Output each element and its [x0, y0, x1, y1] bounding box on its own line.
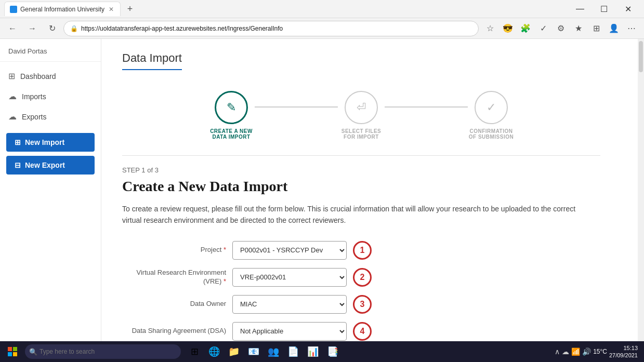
chevron-icon: ∧: [555, 347, 560, 356]
imports-label: Imports: [22, 92, 46, 101]
taskbar-apps: ⊞ 🌐 📁 📧 👥 📄 📊 📑: [185, 342, 342, 361]
taskbar-explorer-icon[interactable]: 📁: [225, 342, 243, 361]
dsa-label: Data Sharing Agreement (DSA): [122, 327, 226, 336]
search-wrapper: 🔍: [25, 344, 181, 359]
sidebar-buttons: ⊞ New Import ⊟ New Export: [0, 129, 101, 179]
project-label: Project *: [122, 246, 226, 254]
page-title: Data Import: [122, 51, 182, 70]
scrollbar-thumb[interactable]: [639, 41, 643, 72]
project-badge: 1: [353, 241, 372, 260]
data-owner-badge: 3: [353, 295, 372, 314]
taskbar: 🔍 ⊞ 🌐 📁 📧 👥 📄 📊 📑 ∧ ☁ 📶: [0, 341, 644, 362]
project-row: Project * P0002v01 - YSRCCYP Dev 1: [122, 241, 486, 260]
divider: [122, 155, 600, 156]
extensions-icon[interactable]: 🧩: [517, 20, 534, 37]
browser-titlebar: General Information University ✕ + — ☐ ✕: [0, 0, 644, 18]
new-export-button[interactable]: ⊟ New Export: [6, 156, 95, 175]
new-export-label: New Export: [25, 161, 65, 169]
svg-rect-0: [8, 347, 12, 351]
dsa-badge: 4: [353, 322, 372, 341]
dashboard-icon: ⊞: [8, 71, 15, 81]
content-inner: Data Import ✎ CREATE A NEW DATA IMPORT ⏎…: [101, 39, 621, 341]
tab-bar: General Information University ✕ +: [4, 2, 566, 16]
taskbar-search-icon: 🔍: [29, 348, 37, 356]
taskbar-volume-icon: 🔊: [582, 347, 591, 356]
taskbar-excel-icon[interactable]: 📊: [304, 342, 322, 361]
favorites-icon[interactable]: ☆: [482, 20, 498, 37]
step-3: ✓ CONFIRMATION OF SUBMISSION: [468, 91, 515, 140]
step-line-1: [255, 106, 338, 108]
step-1: ✎ CREATE A NEW DATA IMPORT: [208, 91, 255, 140]
taskbar-acrobat-icon[interactable]: 📄: [284, 342, 303, 361]
step-line-2: [385, 106, 468, 108]
minimize-button[interactable]: —: [568, 0, 592, 18]
step-indicator: STEP 1 of 3: [122, 166, 600, 174]
vre-required: *: [224, 277, 226, 285]
vre-row: Virtual Research Environment (VRE) * VRE…: [122, 268, 486, 287]
stepper: ✎ CREATE A NEW DATA IMPORT ⏎ SELECT FILE…: [122, 81, 600, 155]
collections-icon[interactable]: ⊞: [588, 20, 604, 37]
tab-title: General Information University: [20, 6, 104, 13]
close-button[interactable]: ✕: [616, 0, 640, 18]
form-description: To create a review request, please fill …: [122, 203, 590, 226]
exports-icon: ☁: [8, 112, 17, 122]
taskbar-file-manager[interactable]: ⊞: [185, 342, 204, 361]
sidebar-item-dashboard[interactable]: ⊞ Dashboard: [0, 66, 101, 86]
dsa-select[interactable]: Not Applicable: [232, 322, 347, 341]
data-owner-select[interactable]: MIAC: [232, 295, 347, 314]
taskbar-teams-icon[interactable]: 👥: [264, 342, 283, 361]
more-icon[interactable]: ⋯: [623, 20, 640, 37]
check-icon[interactable]: ✓: [535, 20, 551, 37]
temperature: 15°C: [593, 348, 607, 355]
vre-label: Virtual Research Environment (VRE) *: [122, 269, 226, 286]
address-bar[interactable]: 🔒 https://uoldatatransferapi-app-test.az…: [63, 21, 479, 36]
back-button[interactable]: ←: [4, 20, 21, 37]
taskbar-powerpoint-icon[interactable]: 📑: [323, 342, 342, 361]
scrollbar[interactable]: [638, 39, 644, 341]
star-icon[interactable]: ★: [570, 20, 587, 37]
export-icon: ⊟: [15, 161, 21, 169]
profile-emoji-icon[interactable]: 😎: [500, 20, 516, 37]
svg-rect-2: [8, 352, 12, 356]
step-2-label: SELECT FILES FOR IMPORT: [338, 128, 385, 140]
maximize-button[interactable]: ☐: [592, 0, 616, 18]
tab-close-button[interactable]: ✕: [108, 6, 115, 13]
dashboard-label: Dashboard: [20, 72, 56, 81]
imports-icon: ☁: [8, 91, 17, 101]
form-title: Create a New Data Import: [122, 178, 600, 195]
form-grid: Project * P0002v01 - YSRCCYP Dev 1 Virtu…: [122, 241, 486, 341]
step-2: ⏎ SELECT FILES FOR IMPORT: [338, 91, 385, 140]
dsa-row: Data Sharing Agreement (DSA) Not Applica…: [122, 322, 486, 341]
step-1-circle: ✎: [215, 91, 248, 124]
forward-button[interactable]: →: [24, 20, 41, 37]
taskbar-edge-icon[interactable]: 🌐: [205, 342, 224, 361]
exports-label: Exports: [22, 113, 46, 121]
project-select[interactable]: P0002v01 - YSRCCYP Dev: [232, 241, 347, 260]
taskbar-cloud-icon: ☁: [562, 347, 569, 356]
account-icon[interactable]: 👤: [606, 20, 622, 37]
tab-favicon: [10, 6, 17, 13]
step-2-circle: ⏎: [345, 91, 378, 124]
data-owner-row: Data Owner MIAC 3: [122, 295, 486, 314]
sidebar-item-exports[interactable]: ☁ Exports: [0, 106, 101, 127]
window-controls: — ☐ ✕: [568, 0, 640, 18]
weather-info: 15°C: [593, 348, 607, 355]
time-display: 15:13: [609, 344, 638, 352]
active-tab[interactable]: General Information University ✕: [4, 2, 121, 16]
main-content: Data Import ✎ CREATE A NEW DATA IMPORT ⏎…: [101, 39, 638, 341]
date-display: 27/09/2021: [609, 352, 638, 359]
taskbar-right: ∧ ☁ 📶 🔊 15°C 15:13 27/09/2021: [555, 344, 642, 359]
settings-icon[interactable]: ⚙: [553, 20, 569, 37]
data-owner-label: Data Owner: [122, 300, 226, 309]
refresh-button[interactable]: ↻: [44, 20, 60, 37]
new-import-button[interactable]: ⊞ New Import: [6, 133, 95, 152]
new-tab-button[interactable]: +: [123, 2, 137, 16]
start-button[interactable]: [2, 342, 23, 361]
sys-icons: ∧ ☁ 📶 🔊: [555, 347, 591, 356]
sidebar-item-imports[interactable]: ☁ Imports: [0, 86, 101, 106]
taskbar-clock: 15:13 27/09/2021: [609, 344, 638, 359]
vre-select[interactable]: VRE-p0002v01: [232, 268, 347, 287]
step-3-label: CONFIRMATION OF SUBMISSION: [468, 128, 515, 140]
taskbar-outlook-icon[interactable]: 📧: [244, 342, 263, 361]
taskbar-search-input[interactable]: [25, 344, 181, 359]
